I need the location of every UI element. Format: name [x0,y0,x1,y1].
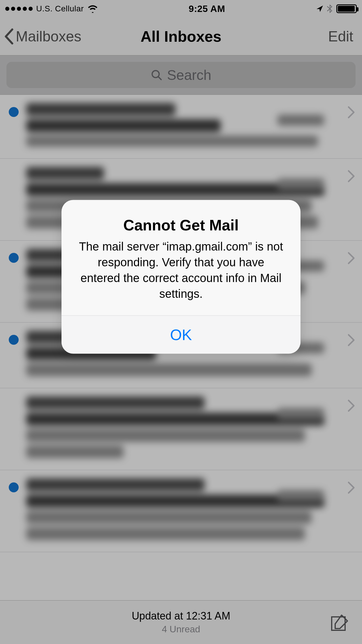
mail-app-screen: U.S. Cellular 9:25 AM Mailboxes All Inbo… [0,0,362,644]
alert-body: Cannot Get Mail The mail server “imap.gm… [61,200,301,316]
alert-title: Cannot Get Mail [77,216,285,234]
alert-dialog: Cannot Get Mail The mail server “imap.gm… [61,200,301,354]
alert-message: The mail server “imap.gmail.com” is not … [77,239,285,302]
alert-ok-button[interactable]: OK [61,316,301,354]
